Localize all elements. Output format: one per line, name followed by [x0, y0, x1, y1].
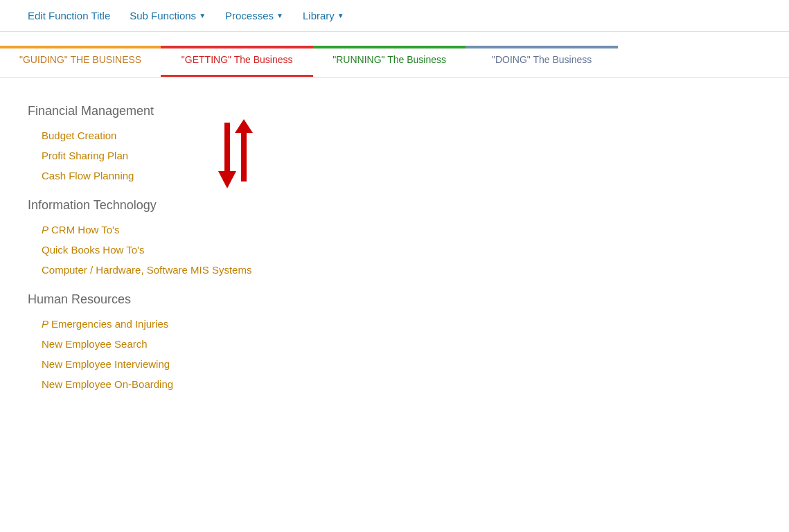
quick-books-link[interactable]: Quick Books How To's	[42, 244, 144, 256]
human-resources-title: Human Resources	[28, 292, 761, 307]
tab-doing-indicator	[466, 46, 618, 48]
tab-running-indicator	[313, 46, 466, 48]
tab-running[interactable]: "RUNNING" The Business	[313, 46, 466, 77]
list-item: Profit Sharing Plan	[28, 145, 761, 166]
new-employee-search-link[interactable]: New Employee Search	[42, 338, 148, 350]
tab-getting[interactable]: "GETTING" The Business	[161, 46, 313, 77]
processes-menu[interactable]: Processes ▼	[225, 10, 283, 21]
tab-guiding-label: "GUIDING" THE BUSINESS	[19, 54, 141, 65]
list-item: P CRM How To's	[28, 220, 761, 240]
top-navigation: Edit Function Title Sub Functions ▼ Proc…	[0, 0, 789, 32]
p-badge-emergencies: P	[42, 318, 48, 330]
library-label: Library	[303, 10, 335, 21]
p-badge-crm: P	[42, 224, 48, 236]
financial-management-title: Financial Management	[28, 104, 761, 118]
tab-doing[interactable]: "DOING" The Business	[466, 46, 618, 77]
list-item: New Employee Search	[28, 334, 761, 354]
emergencies-injuries-link[interactable]: Emergencies and Injuries	[51, 318, 168, 330]
crm-how-to-link[interactable]: CRM How To's	[51, 224, 119, 236]
library-arrow-icon: ▼	[337, 12, 344, 19]
budget-creation-link[interactable]: Budget Creation	[42, 130, 116, 141]
section-financial-management: Financial Management Budget Creation Pro…	[28, 104, 761, 186]
list-item: New Employee Interviewing	[28, 354, 761, 374]
library-menu[interactable]: Library ▼	[303, 10, 344, 21]
sub-functions-menu[interactable]: Sub Functions ▼	[130, 10, 206, 21]
tab-getting-label: "GETTING" The Business	[181, 54, 293, 65]
list-item: New Employee On-Boarding	[28, 374, 761, 394]
list-item: Budget Creation	[28, 125, 761, 145]
tab-getting-indicator	[161, 46, 313, 48]
cash-flow-planning-link[interactable]: Cash Flow Planning	[42, 170, 134, 181]
edit-function-title-link[interactable]: Edit Function Title	[28, 10, 110, 21]
list-item: P Emergencies and Injuries	[28, 314, 761, 334]
tabs-container: "GUIDING" THE BUSINESS "GETTING" The Bus…	[0, 46, 789, 78]
new-employee-onboarding-link[interactable]: New Employee On-Boarding	[42, 378, 173, 390]
tab-running-label: "RUNNING" The Business	[333, 54, 446, 65]
processes-arrow-icon: ▼	[276, 12, 283, 19]
tab-guiding[interactable]: "GUIDING" THE BUSINESS	[0, 46, 161, 77]
section-information-technology: Information Technology P CRM How To's Qu…	[28, 198, 761, 280]
list-item: Quick Books How To's	[28, 240, 761, 260]
tab-doing-label: "DOING" The Business	[492, 54, 592, 65]
sub-functions-arrow-icon: ▼	[199, 12, 206, 19]
information-technology-title: Information Technology	[28, 198, 761, 213]
profit-sharing-plan-link[interactable]: Profit Sharing Plan	[42, 150, 128, 161]
tab-guiding-indicator	[0, 46, 161, 48]
computer-hardware-link[interactable]: Computer / Hardware, Software MIS System…	[42, 264, 251, 276]
sub-functions-label: Sub Functions	[130, 10, 196, 21]
list-item: Computer / Hardware, Software MIS System…	[28, 260, 761, 280]
processes-label: Processes	[225, 10, 274, 21]
section-human-resources: Human Resources P Emergencies and Injuri…	[28, 292, 761, 394]
main-content: Financial Management Budget Creation Pro…	[0, 78, 789, 408]
new-employee-interviewing-link[interactable]: New Employee Interviewing	[42, 358, 170, 370]
list-item: Cash Flow Planning	[28, 166, 761, 186]
